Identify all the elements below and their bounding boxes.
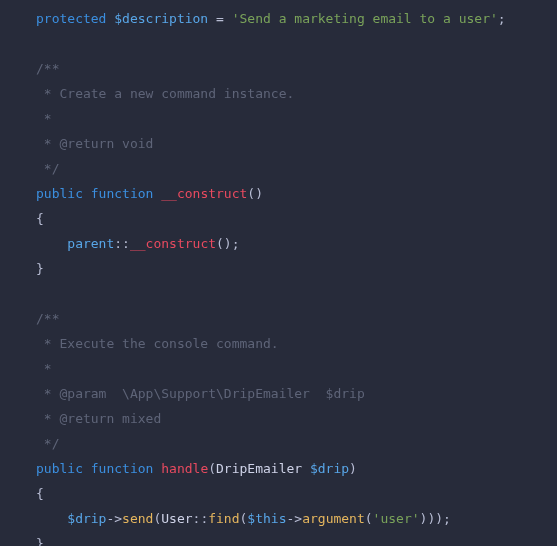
method-construct: __construct [130,236,216,251]
space [302,461,310,476]
fn-argument: argument [302,511,365,526]
var-this: $this [247,511,286,526]
paren: ( [365,511,373,526]
paren: ) [255,186,263,201]
call: (); [216,236,239,251]
docblock-line: * [36,361,52,376]
eq: = [208,11,231,26]
kw-public: public [36,461,83,476]
fn-send: send [122,511,153,526]
var-description: $description [114,11,208,26]
fn-find: find [208,511,239,526]
kw-function: function [91,186,154,201]
double-colon: :: [193,511,209,526]
semicolon: ; [498,11,506,26]
method-construct: __construct [161,186,247,201]
double-colon: :: [114,236,130,251]
kw-parent: parent [67,236,114,251]
docblock-close: */ [36,161,59,176]
docblock-line: * Create a new command instance. [36,86,294,101]
method-handle: handle [161,461,208,476]
docblock-line: * @param \App\Support\DripEmailer $drip [36,386,365,401]
string-user: 'user' [373,511,420,526]
brace: { [36,486,44,501]
paren: ( [247,186,255,201]
docblock-line: * @return mixed [36,411,161,426]
docblock-close: */ [36,436,59,451]
docblock-open: /** [36,311,59,326]
var-drip: $drip [67,511,106,526]
type-dripemailer: DripEmailer [216,461,302,476]
arrow: -> [106,511,122,526]
kw-function: function [91,461,154,476]
param-drip: $drip [310,461,349,476]
class-user: User [161,511,192,526]
paren: ( [208,461,216,476]
string-literal: 'Send a marketing email to a user' [232,11,498,26]
docblock-line: * [36,111,52,126]
brace: { [36,211,44,226]
paren: ) [349,461,357,476]
closing: ))); [420,511,451,526]
docblock-line: * @return void [36,136,153,151]
php-code-block: protected $description = 'Send a marketi… [0,0,557,546]
docblock-open: /** [36,61,59,76]
brace: } [36,261,44,276]
kw-public: public [36,186,83,201]
arrow: -> [287,511,303,526]
kw-protected: protected [36,11,106,26]
brace: } [36,536,44,546]
docblock-line: * Execute the console command. [36,336,279,351]
